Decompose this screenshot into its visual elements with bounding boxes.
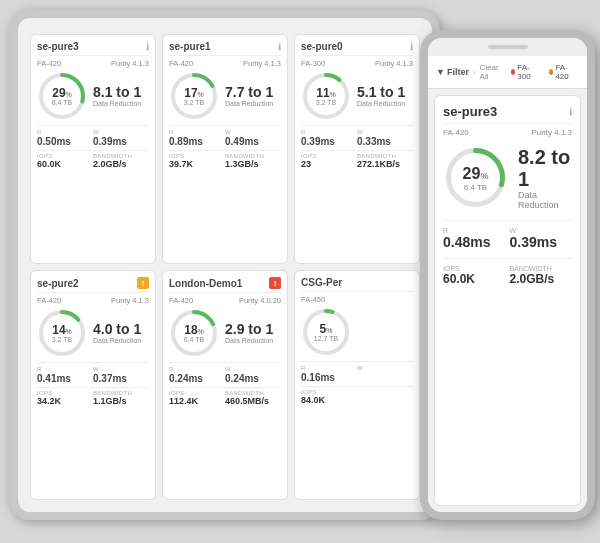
bw-val: 1.1GB/s bbox=[93, 396, 149, 406]
card-title: se-pure3 bbox=[37, 41, 79, 52]
card-main: 5% 12.7 TB bbox=[301, 307, 413, 357]
metrics-iops-bw: IOPS 39.7K BANDWIDTH 1.3GB/s bbox=[169, 150, 281, 169]
r-val: 0.41ms bbox=[37, 373, 93, 384]
card-model: FA-420 bbox=[37, 296, 61, 305]
iops-val: 112.4K bbox=[169, 396, 225, 406]
iops-val: 39.7K bbox=[169, 159, 225, 169]
r-val: 0.50ms bbox=[37, 136, 93, 147]
card-info-icon[interactable]: ℹ bbox=[146, 42, 149, 52]
filter-label: Filter bbox=[447, 67, 469, 77]
phone-bw-cell: BANDWIDTH 2.0GB/s bbox=[510, 265, 573, 286]
metric-w: W bbox=[357, 365, 413, 383]
bw-val: 2.0GB/s bbox=[93, 159, 149, 169]
phone-notch bbox=[428, 38, 587, 56]
bw-val: 272.1KB/s bbox=[357, 159, 413, 169]
clear-all-button[interactable]: Clear All bbox=[480, 63, 503, 81]
reduction-info: 5.1 to 1 Data Reduction bbox=[357, 85, 413, 107]
metric-r: R 0.39ms bbox=[301, 129, 357, 147]
filter-arrow-icon: › bbox=[473, 68, 476, 77]
scene: se-pure3 ℹ FA-420 Purity 4.1.3 29% 6.4 T… bbox=[0, 0, 600, 543]
filter-button[interactable]: ▼ Filter bbox=[436, 67, 469, 77]
phone-metrics-iops-bw: IOPS 60.0K BANDWIDTH 2.0GB/s bbox=[443, 258, 572, 286]
card-purity: Purity 4.1.3 bbox=[111, 296, 149, 305]
iops-val: 23 bbox=[301, 159, 357, 169]
card-purity: Purity 4.1.3 bbox=[375, 59, 413, 68]
card-header: se-pure2 ! bbox=[37, 277, 149, 293]
phone-reduction-label: Data Reduction bbox=[518, 190, 572, 210]
metric-r: R 0.24ms bbox=[169, 366, 225, 384]
metric-r: R 0.89ms bbox=[169, 129, 225, 147]
reduction-label: Data Reduction bbox=[93, 337, 149, 344]
metrics-rw: R 0.24ms W 0.24ms bbox=[169, 362, 281, 384]
card-main: 14% 3.2 TB 4.0 to 1 Data Reduction bbox=[37, 308, 149, 358]
gauge-sub: 3.2 TB bbox=[316, 99, 337, 106]
tablet-card-se-pure1: se-pure1 ℹ FA-420 Purity 4.1.3 17% 3.2 T… bbox=[162, 34, 288, 264]
card-info-row: FA-450 bbox=[301, 295, 413, 304]
metric-r: R 0.50ms bbox=[37, 129, 93, 147]
card-info-row: FA-420 Purity 4.1.3 bbox=[37, 59, 149, 68]
iops-val: 84.0K bbox=[301, 395, 357, 405]
metrics-iops-bw: IOPS 60.0K BANDWIDTH 2.0GB/s bbox=[37, 150, 149, 169]
card-info-icon[interactable]: ℹ bbox=[278, 42, 281, 52]
w-label: W bbox=[225, 129, 281, 135]
phone-filter-bar: ▼ Filter › Clear All FA-300 FA-420 bbox=[428, 56, 587, 89]
tablet: se-pure3 ℹ FA-420 Purity 4.1.3 29% 6.4 T… bbox=[10, 10, 440, 520]
card-header: CSG-Per bbox=[301, 277, 413, 292]
gauge-pct: 14 bbox=[52, 323, 65, 337]
card-header: se-pure1 ℹ bbox=[169, 41, 281, 56]
bw-cell bbox=[357, 389, 413, 405]
phone-w-label: W bbox=[510, 227, 573, 234]
gauge-label: 5% 12.7 TB bbox=[314, 323, 338, 342]
reduction-label: Data Reduction bbox=[357, 100, 413, 107]
r-val: 0.16ms bbox=[301, 372, 357, 383]
w-val: 0.49ms bbox=[225, 136, 281, 147]
phone-main: 29% 6.4 TB 8.2 to 1 Data Reduction bbox=[443, 145, 572, 210]
card-purity: Purity 4.1.3 bbox=[111, 59, 149, 68]
metric-r: R 0.41ms bbox=[37, 366, 93, 384]
phone-reduction: 8.2 to 1 Data Reduction bbox=[518, 146, 572, 210]
reduction-label: Data Reduction bbox=[225, 100, 281, 107]
metrics-iops-bw: IOPS 112.4K BANDWIDTH 460.5MB/s bbox=[169, 387, 281, 406]
card-title: CSG-Per bbox=[301, 277, 342, 288]
w-label: W bbox=[225, 366, 281, 372]
w-val: 0.33ms bbox=[357, 136, 413, 147]
tablet-card-se-pure0: se-pure0 ℹ FA-300 Purity 4.1.3 11% 3.2 T… bbox=[294, 34, 420, 264]
gauge-label: 18% 6.4 TB bbox=[184, 324, 205, 343]
gauge-sub: 6.4 TB bbox=[52, 99, 73, 106]
phone-iops-cell: IOPS 60.0K bbox=[443, 265, 506, 286]
card-info-icon[interactable]: ℹ bbox=[410, 42, 413, 52]
reduction-ratio: 7.7 to 1 bbox=[225, 85, 281, 100]
gauge-label: 11% 3.2 TB bbox=[316, 87, 337, 106]
filter-tag-fa420[interactable]: FA-420 bbox=[545, 62, 579, 82]
phone-iops-label: IOPS bbox=[443, 265, 506, 272]
iops-cell: IOPS 60.0K bbox=[37, 153, 93, 169]
gauge-sub: 12.7 TB bbox=[314, 335, 338, 342]
phone-content: ▼ Filter › Clear All FA-300 FA-420 se-pu… bbox=[428, 56, 587, 512]
r-val: 0.89ms bbox=[169, 136, 225, 147]
filter-icon: ▼ bbox=[436, 67, 445, 77]
phone-metric-w: W 0.39ms bbox=[510, 227, 573, 250]
card-title: se-pure1 bbox=[169, 41, 211, 52]
phone-card-info-icon[interactable]: ℹ bbox=[569, 107, 572, 117]
bw-cell: BANDWIDTH 272.1KB/s bbox=[357, 153, 413, 169]
filter-tag-fa300[interactable]: FA-300 bbox=[507, 62, 541, 82]
reduction-info: 4.0 to 1 Data Reduction bbox=[93, 322, 149, 344]
phone-gauge-tb: 6.4 TB bbox=[463, 182, 489, 191]
bw-cell: BANDWIDTH 1.3GB/s bbox=[225, 153, 281, 169]
metrics-rw: R 0.89ms W 0.49ms bbox=[169, 125, 281, 147]
card-info-row: FA-420 Purity 4.1.3 bbox=[169, 59, 281, 68]
iops-cell: IOPS 34.2K bbox=[37, 390, 93, 406]
gauge-pct: 29 bbox=[52, 86, 65, 100]
card-main: 29% 6.4 TB 8.1 to 1 Data Reduction bbox=[37, 71, 149, 121]
gauge-sub: 3.2 TB bbox=[184, 99, 205, 106]
card-model: FA-300 bbox=[301, 59, 325, 68]
iops-cell: IOPS 23 bbox=[301, 153, 357, 169]
card-header: se-pure3 ℹ bbox=[37, 41, 149, 56]
metrics-iops-bw: IOPS 84.0K bbox=[301, 386, 413, 405]
r-label: R bbox=[37, 366, 93, 372]
card-gauge: 5% 12.7 TB bbox=[301, 307, 351, 357]
bw-cell: BANDWIDTH 1.1GB/s bbox=[93, 390, 149, 406]
card-title: se-pure2 bbox=[37, 278, 79, 289]
r-val: 0.39ms bbox=[301, 136, 357, 147]
reduction-info: 7.7 to 1 Data Reduction bbox=[225, 85, 281, 107]
